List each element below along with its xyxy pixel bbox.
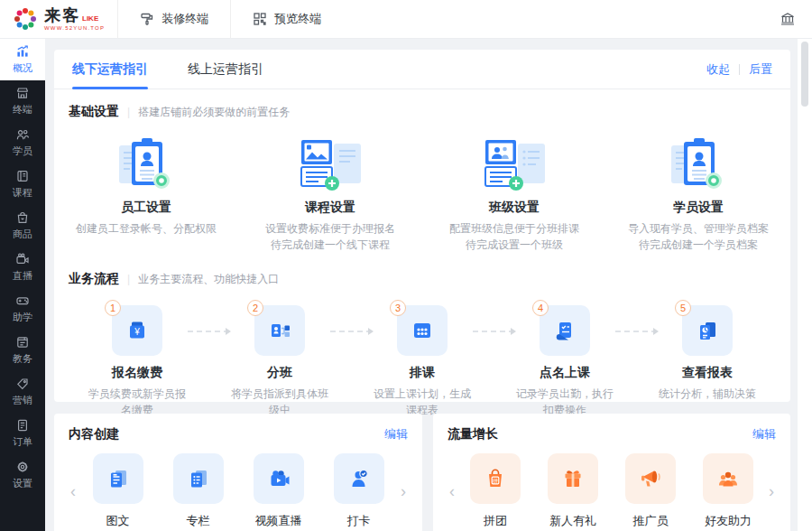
class-assign-icon [266,317,293,344]
panel-title: 流量增长 [448,426,498,442]
moveback-link[interactable]: 后置 [749,61,772,78]
sidebar-item-study-aid[interactable]: 助学 [0,288,45,330]
sidebar-item-label: 直播 [13,269,32,283]
chart-icon [15,44,30,59]
settings-icon [15,460,30,474]
logo-pinwheel-icon [13,6,38,32]
content-item-article[interactable]: 图文 [78,453,158,529]
student-settings-card[interactable]: 学员设置 导入现有学员、管理学员档案 待完成创建一个学员档案 [606,131,790,253]
sidebar-item-goods[interactable]: 商品 [0,205,45,247]
students-icon [15,127,30,142]
sidebar-item-courses[interactable]: 课程 [0,163,45,205]
section-subtitle: 搭建店铺前必须要做的前置任务 [138,105,290,120]
tab-label: 线上运营指引 [188,61,263,78]
sidebar-item-overview[interactable]: 概况 [0,39,45,80]
megaphone-icon [637,465,664,492]
institution-icon [780,11,796,27]
brand-logo[interactable]: 来客 LIKE WWW.52YUN.TOP [0,0,117,38]
chevron-left-icon[interactable]: ‹ [448,483,457,499]
sidebar-item-settings[interactable]: 设置 [0,454,45,496]
growth-item-new-user-gift[interactable]: 新人有礼 [534,453,612,529]
staff-settings-icon [105,133,188,194]
group-buy-icon: 拼 [482,465,509,492]
course-settings-card[interactable]: 课程设置 设置收费标准便于办理报名 待完成创建一个线下课程 [238,131,422,253]
growth-edit-link[interactable]: 编辑 [752,426,776,442]
roll-call-icon [551,317,578,344]
flow-step-title: 排课 [410,365,435,381]
links-divider [739,64,740,75]
growth-item-promoter[interactable]: 推广员 [612,453,689,529]
flow-step-scheduling[interactable]: 3 排课 设置上课计划，生成课程表 [372,300,473,418]
sidebar-item-students[interactable]: 学员 [0,122,45,163]
growth-item-label: 新人有礼 [549,513,596,529]
brand-url: WWW.52YUN.TOP [44,25,105,31]
collapse-link[interactable]: 收起 [706,61,730,78]
chevron-right-icon[interactable]: › [399,483,408,499]
tab-offline-guide[interactable]: 线下运营指引 [72,50,148,89]
chevron-right-icon[interactable]: › [767,483,776,499]
step-number-badge: 1 [105,300,121,316]
content-item-column[interactable]: 专栏 [158,453,238,529]
preview-terminal-button[interactable]: 预览终端 [230,0,343,38]
flow-arrow [615,331,657,332]
student-settings-icon [657,133,740,194]
sidebar-item-label: 助学 [13,311,32,324]
growth-item-friend-boost[interactable]: 好友助力 [689,453,767,529]
decorate-terminal-button[interactable]: 装修终端 [117,0,230,38]
institution-home-button[interactable] [763,0,812,38]
class-settings-card[interactable]: 班级设置 配置班级信息便于分班排课 待完成设置一个班级 [422,131,606,253]
flow-arrow [473,331,514,332]
brand-suffix: LIKE [82,15,98,23]
flow-step-registration-payment[interactable]: 1 ¥ 报名缴费 学员续费或新学员报名缴费 [87,300,188,418]
sidebar-item-label: 学员 [13,144,32,158]
live-icon [15,252,30,266]
flow-tile [682,305,733,356]
sidebar-item-live[interactable]: 直播 [0,247,45,288]
goods-icon [15,210,30,225]
video-live-icon [265,465,292,492]
flow-arrow [330,331,372,332]
sidebar-item-orders[interactable]: 订单 [0,413,45,454]
scrollbar-track[interactable] [798,39,812,531]
schedule-calendar-icon [409,317,436,344]
decorate-terminal-label: 装修终端 [161,11,208,27]
content-edit-link[interactable]: 编辑 [384,426,408,442]
step-number-badge: 2 [247,300,263,316]
staff-settings-card[interactable]: 员工设置 创建员工登录帐号、分配权限 [54,131,238,253]
growth-carousel: ‹ 拼 拼团 新人 [448,453,776,529]
chevron-left-icon[interactable]: ‹ [69,483,78,499]
flow-tile [254,305,305,356]
sidebar-item-marketing[interactable]: 营销 [0,371,45,413]
content-item-checkin[interactable]: 打卡 [318,453,399,529]
operation-guide-card: 线下运营指引 线上运营指引 收起 后置 基础设置 | 搭建店铺前必须要做的前置任… [54,50,790,402]
tab-online-guide[interactable]: 线上运营指引 [188,50,263,89]
study-icon [15,293,30,308]
flow-step-view-reports[interactable]: 5 查看报表 统计分析，辅助决策 [657,300,758,402]
flow-step-title: 点名上课 [540,365,590,381]
growth-item-label: 好友助力 [705,513,752,529]
preview-terminal-label: 预览终端 [274,11,321,27]
flow-step-class-assign[interactable]: 2 分班 将学员指派到具体班级中 [229,300,330,418]
section-separator: | [127,273,130,285]
class-settings-icon [473,133,556,194]
marketing-icon [15,377,30,391]
store-icon [15,86,30,100]
header-spacer [343,0,763,38]
growth-item-group-buy[interactable]: 拼 拼团 [457,453,534,529]
flow-arrow [188,331,229,332]
sidebar-item-label: 订单 [13,435,32,449]
content-item-video-live[interactable]: 视频直播 [238,453,318,529]
flow-step-title: 查看报表 [682,365,733,381]
sidebar-item-academic[interactable]: 教务 [0,330,45,371]
column-icon [185,465,212,492]
basic-card-title: 班级设置 [489,200,540,216]
svg-text:¥: ¥ [134,327,140,337]
basic-card-desc: 创建员工登录帐号、分配权限 [76,220,217,237]
business-flow-header: 业务流程 | 业务主要流程、功能快捷入口 [54,271,790,287]
scrollbar-thumb[interactable] [801,42,808,107]
sidebar-item-terminal[interactable]: 终端 [0,80,45,122]
basic-card-title: 课程设置 [305,200,355,216]
order-icon [15,418,30,433]
checkin-icon [346,465,373,492]
section-separator: | [127,106,130,118]
